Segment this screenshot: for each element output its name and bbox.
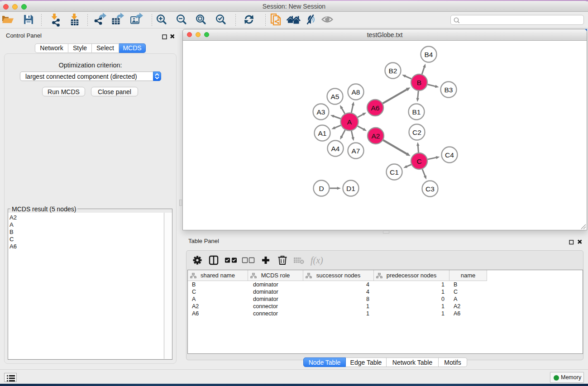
svg-text:A2: A2	[372, 132, 380, 140]
svg-text:C: C	[416, 157, 421, 165]
svg-text:A: A	[347, 118, 352, 126]
svg-text:C3: C3	[425, 185, 435, 193]
svg-text:A5: A5	[331, 93, 339, 100]
svg-text:A3: A3	[317, 108, 325, 116]
svg-text:C2: C2	[412, 129, 421, 136]
svg-text:A7: A7	[352, 147, 360, 155]
svg-text:C4: C4	[445, 151, 454, 159]
svg-text:B2: B2	[389, 67, 397, 75]
svg-text:B3: B3	[445, 86, 453, 94]
svg-text:D1: D1	[346, 185, 355, 192]
svg-text:B: B	[417, 79, 421, 86]
svg-text:A1: A1	[318, 129, 327, 137]
svg-text:C1: C1	[390, 168, 399, 176]
svg-text:A6: A6	[371, 104, 380, 112]
svg-text:A4: A4	[331, 145, 340, 152]
svg-text:D: D	[319, 185, 324, 192]
svg-text:B1: B1	[412, 108, 421, 116]
svg-text:f(x): f(x)	[311, 255, 323, 266]
svg-text:B4: B4	[425, 51, 433, 58]
svg-text:A8: A8	[352, 88, 360, 96]
